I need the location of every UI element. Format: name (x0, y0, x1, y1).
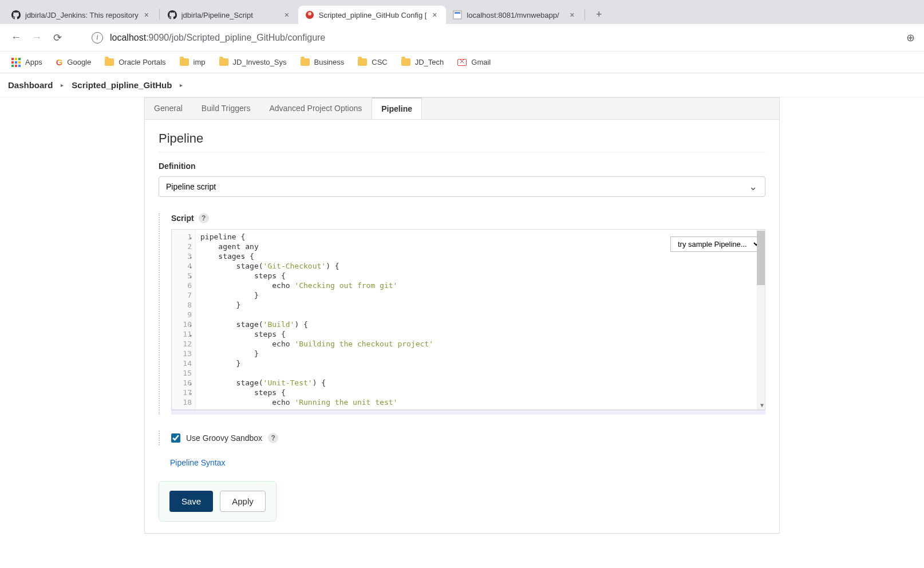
code-body[interactable]: pipeline { agent any stages { stage('Git… (196, 230, 765, 409)
browser-chrome: jdbirla/JD_Jenkins: This repository × jd… (0, 0, 924, 24)
svg-rect-3 (455, 12, 460, 14)
tab-advanced[interactable]: Advanced Project Options (260, 98, 372, 119)
folder-icon (301, 58, 310, 66)
bookmark-imp[interactable]: imp (174, 55, 211, 69)
bookmark-oracle[interactable]: Oracle Portals (99, 55, 171, 69)
jenkins-icon (305, 10, 314, 19)
tab-separator (159, 9, 160, 20)
folder-icon (358, 58, 367, 66)
reload-button[interactable]: ⟳ (47, 27, 68, 48)
tab-build-triggers[interactable]: Build Triggers (192, 98, 260, 119)
pipeline-panel: Pipeline Definition Pipeline script Scri… (144, 120, 780, 534)
browser-tab-4[interactable]: localhost:8081/mvnwebapp/ × (446, 6, 583, 24)
help-icon[interactable]: ? (199, 213, 209, 223)
scrollbar-thumb[interactable] (757, 231, 765, 285)
chevron-down-icon[interactable]: ▼ (760, 402, 764, 408)
tab-separator (585, 9, 585, 20)
nav-bar: ← → ⟳ i localhost:9090/job/Scripted_pipl… (0, 24, 924, 52)
bookmark-label: imp (194, 58, 206, 66)
script-label: Script (171, 214, 194, 223)
script-section: Script ? 1▾23▾4▾5▾678910▾11▾1213141516▾1… (159, 213, 765, 415)
browser-tab-1[interactable]: jdbirla/JD_Jenkins: This repository × (5, 6, 158, 24)
bookmark-label: Apps (25, 58, 42, 66)
bookmark-label: CSC (372, 58, 387, 66)
tab-title: jdbirla/JD_Jenkins: This repository (25, 11, 139, 19)
svg-point-1 (308, 12, 311, 15)
google-icon: G (56, 57, 63, 67)
bookmark-label: Business (314, 58, 345, 66)
button-bar: Save Apply (159, 481, 277, 522)
close-icon[interactable]: × (430, 10, 439, 19)
close-icon[interactable]: × (282, 10, 291, 19)
tab-pipeline[interactable]: Pipeline (372, 97, 422, 119)
browser-tab-2[interactable]: jdbirla/Pipeline_Script × (161, 6, 298, 24)
close-icon[interactable]: × (142, 10, 151, 19)
bookmark-google[interactable]: G Google (50, 54, 97, 70)
gmail-icon (457, 59, 467, 66)
bookmark-gmail[interactable]: Gmail (452, 55, 496, 69)
bookmark-label: JD_Tech (415, 58, 444, 66)
apps-grid-icon (11, 58, 21, 67)
help-icon[interactable]: ? (268, 433, 278, 443)
app-icon (453, 10, 462, 19)
crumb-dashboard[interactable]: Dashboard (8, 80, 53, 90)
zoom-icon[interactable]: ⊕ (906, 31, 915, 44)
definition-label: Definition (159, 161, 765, 171)
folder-icon (401, 58, 410, 66)
divider (159, 152, 765, 152)
tab-bar: jdbirla/JD_Jenkins: This repository × jd… (0, 0, 924, 24)
folder-icon (180, 58, 189, 66)
chevron-right-icon: ▸ (180, 82, 183, 88)
pipeline-syntax-link[interactable]: Pipeline Syntax (170, 458, 765, 467)
config-content: General Build Triggers Advanced Project … (144, 97, 780, 534)
tab-title: Scripted_pipline_GitHub Config [ (319, 11, 427, 19)
bookmark-business[interactable]: Business (295, 55, 350, 69)
folder-icon (219, 58, 228, 66)
config-tabs: General Build Triggers Advanced Project … (144, 97, 780, 120)
panel-title: Pipeline (159, 131, 765, 146)
github-icon (11, 10, 21, 19)
github-icon (168, 10, 177, 19)
tab-title: localhost:8081/mvnwebapp/ (467, 11, 564, 19)
bookmark-jd-tech[interactable]: JD_Tech (396, 55, 450, 69)
bookmark-label: Google (67, 58, 91, 66)
bookmarks-bar: Apps G Google Oracle Portals imp JD_Inve… (0, 52, 924, 73)
bookmark-label: JD_Investo_Sys (233, 58, 287, 66)
chevron-right-icon: ▸ (61, 82, 64, 88)
forward-button[interactable]: → (26, 27, 47, 48)
address-bar[interactable]: i localhost:9090/job/Scripted_pipline_Gi… (92, 32, 906, 44)
sandbox-checkbox[interactable] (171, 433, 180, 443)
scrollbar-vertical[interactable]: ▼ (757, 230, 765, 409)
tab-general[interactable]: General (145, 98, 192, 119)
sandbox-row: Use Groovy Sandbox ? (159, 431, 765, 445)
address-host: localhost (110, 33, 146, 43)
line-gutter: 1▾23▾4▾5▾678910▾11▾1213141516▾17▾18 (172, 230, 196, 409)
bookmark-label: Oracle Portals (119, 58, 165, 66)
folder-icon (105, 58, 114, 66)
sandbox-label: Use Groovy Sandbox (186, 433, 262, 443)
close-icon[interactable]: × (567, 10, 576, 19)
script-editor[interactable]: 1▾23▾4▾5▾678910▾11▾1213141516▾17▾18 pipe… (171, 229, 765, 410)
crumb-project[interactable]: Scripted_pipline_GitHub (72, 80, 172, 90)
save-button[interactable]: Save (169, 491, 213, 512)
bookmark-csc[interactable]: CSC (352, 55, 393, 69)
bookmark-label: Gmail (471, 58, 491, 66)
tab-title: jdbirla/Pipeline_Script (181, 11, 279, 19)
info-icon[interactable]: i (92, 32, 103, 44)
apply-button[interactable]: Apply (220, 491, 266, 512)
breadcrumb: Dashboard ▸ Scripted_pipline_GitHub ▸ (0, 73, 924, 97)
new-tab-button[interactable]: + (591, 6, 607, 22)
browser-tab-3[interactable]: Scripted_pipline_GitHub Config [ × (298, 6, 447, 24)
sample-pipeline-select[interactable]: try sample Pipeline... (670, 236, 761, 252)
scrollbar-horizontal[interactable] (171, 410, 765, 415)
bookmark-jd-investo[interactable]: JD_Investo_Sys (214, 55, 293, 69)
definition-select[interactable]: Pipeline script (159, 176, 765, 197)
address-path: :9090/job/Scripted_pipline_GitHub/config… (146, 33, 325, 43)
back-button[interactable]: ← (6, 27, 26, 48)
apps-shortcut[interactable]: Apps (6, 55, 48, 70)
